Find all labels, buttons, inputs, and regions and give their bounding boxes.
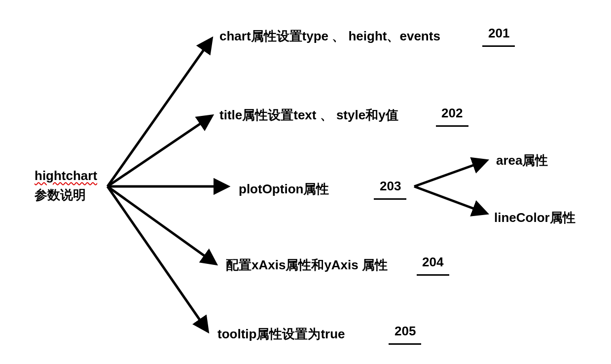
branch-1-ref: 201	[488, 26, 509, 41]
branch-3-ref-underline	[374, 198, 406, 200]
branch-2-ref: 202	[441, 106, 463, 121]
branch-3-ref: 203	[380, 179, 401, 194]
branch-3-child-2: lineColor属性	[494, 209, 575, 226]
root-title-line2: 参数说明	[35, 186, 86, 204]
branch-5-ref-underline	[389, 343, 421, 345]
svg-line-1	[108, 39, 211, 186]
svg-line-6	[414, 161, 486, 186]
branch-1-ref-underline	[482, 45, 515, 47]
svg-line-2	[108, 116, 211, 186]
root-title-line1: hightchart	[35, 168, 97, 183]
branch-4-ref: 204	[422, 255, 443, 270]
branch-5-text: tooltip属性设置为true	[217, 326, 345, 343]
svg-line-5	[108, 186, 207, 330]
branch-2-text: title属性设置text 、 style和y值	[219, 107, 398, 124]
branch-1-text: chart属性设置type 、 height、events	[219, 28, 440, 45]
branch-4-ref-underline	[417, 274, 449, 276]
branch-5-ref: 205	[395, 324, 416, 339]
branch-3-child-1: area属性	[496, 152, 548, 169]
branch-4-text: 配置xAxis属性和yAxis 属性	[226, 256, 388, 274]
svg-line-7	[414, 186, 486, 213]
branch-2-ref-underline	[436, 125, 468, 127]
branch-3-text: plotOption属性	[239, 181, 329, 198]
svg-line-4	[108, 186, 215, 263]
